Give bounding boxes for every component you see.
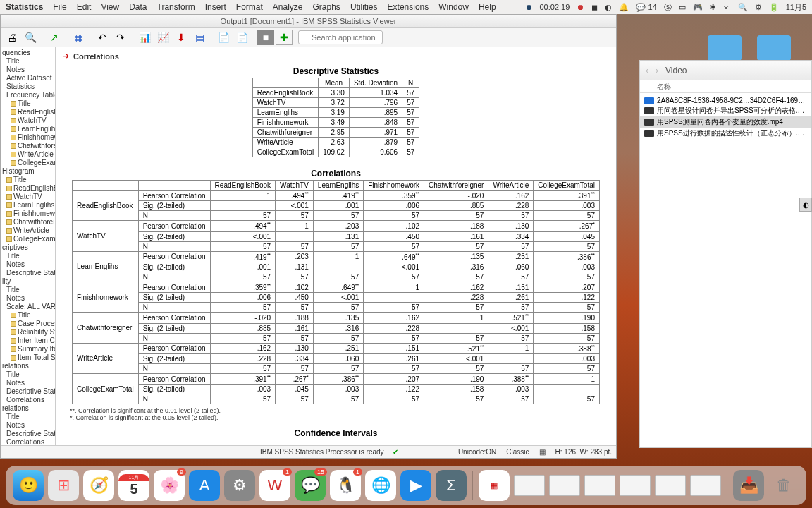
desktop-folder-2[interactable] [708, 35, 742, 61]
menu-format[interactable]: Format [236, 2, 263, 12]
outline-item[interactable]: relations [1, 362, 55, 370]
add-button[interactable]: ✚ [276, 30, 293, 45]
outline-item[interactable]: Title [1, 57, 55, 66]
safari-icon[interactable]: 🧭 [83, 470, 114, 501]
forward-button[interactable]: › [656, 66, 658, 75]
file-row[interactable]: 用问卷星设计问卷并导出SPSS可分析的表格.mp4 [640, 105, 811, 116]
minimized-window-1[interactable] [514, 475, 545, 496]
outline-item[interactable]: Correlations [1, 396, 55, 404]
outline-item[interactable]: criptives [1, 243, 55, 252]
zoom-icon[interactable]: ▶ [400, 470, 431, 501]
calendar-icon[interactable]: 11月5 [118, 470, 149, 501]
output-outline-tree[interactable]: quenciesTitleNotesActive DatasetStatisti… [1, 47, 56, 445]
stop-icon[interactable]: ◼ [591, 3, 598, 12]
outline-item[interactable]: LearnEnglihs [1, 125, 55, 133]
outline-item[interactable]: Inter-Item Cor [1, 337, 55, 345]
outline-item[interactable]: lity [1, 277, 55, 286]
outline-item[interactable]: ReadEnglishB [1, 184, 55, 193]
correlations-table[interactable]: ReadEnglishBookWatchTVLearnEnglihsFinish… [72, 180, 600, 404]
wechat-icon[interactable]: 💬15 [295, 470, 326, 501]
menu-utilities[interactable]: Utilities [350, 2, 378, 12]
file-row[interactable]: 用SPSS测量问卷内各个变量的效度.mp4 [640, 116, 811, 128]
battery-icon[interactable]: 🔋 [769, 3, 779, 12]
outline-item[interactable]: Chatwithforei [1, 218, 55, 226]
menu-help[interactable]: Help [479, 2, 496, 12]
outline-item[interactable]: Summary Iten [1, 345, 55, 353]
menu-extensions[interactable]: Extensions [388, 2, 429, 12]
menu-statistics[interactable]: Statistics [6, 2, 43, 12]
screen-rec-icon[interactable]: ⏺ [525, 3, 533, 11]
menu-data[interactable]: Data [129, 2, 147, 12]
outline-item[interactable]: Notes [1, 66, 55, 74]
outline-item[interactable]: Title [1, 413, 55, 421]
desktop-folder-1[interactable] [757, 35, 791, 61]
outline-item[interactable]: Active Dataset [1, 74, 55, 83]
spss-dock-icon[interactable]: ▦ [479, 470, 510, 501]
finder-file-list[interactable]: 2A8A8C8F-1536-4958-9C2…34D2C6F4-16991805… [640, 93, 811, 142]
fan-icon[interactable]: ✱ [710, 3, 716, 12]
display-icon[interactable]: ▭ [679, 3, 686, 12]
minimized-window-2[interactable] [549, 475, 580, 496]
outline-item[interactable]: Chatwithforei [1, 142, 55, 150]
record-icon[interactable]: ⏺ [577, 3, 584, 11]
output-viewer-pane[interactable]: ➔ Correlations Descriptive Statistics Me… [56, 47, 616, 445]
menu-edit[interactable]: Edit [77, 2, 92, 12]
file-row[interactable]: 用SPSS进行数据的描述性统计（正态分布）.mp4 [640, 128, 811, 139]
outline-item[interactable]: Title [1, 311, 55, 320]
outline-item[interactable]: Descriptive Statist [1, 430, 55, 438]
side-toggle[interactable]: ◐ [799, 198, 812, 212]
outline-item[interactable]: CollegeExam1 [1, 159, 55, 167]
outline-item[interactable]: Title [1, 176, 55, 184]
export-button[interactable]: ↗ [46, 30, 63, 45]
outline-item[interactable]: Scale: ALL VARIAB [1, 303, 55, 311]
outline-item[interactable]: WatchTV [1, 116, 55, 125]
outline-item[interactable]: ReadEnglishB [1, 108, 55, 116]
menu-window[interactable]: Window [438, 2, 469, 12]
downloads-icon[interactable]: 📥 [733, 470, 764, 501]
undo-button[interactable]: ↶ [94, 30, 111, 45]
menu-graphs[interactable]: Graphs [313, 2, 340, 12]
outline-item[interactable]: Notes [1, 421, 55, 430]
descriptives-table[interactable]: MeanStd. DeviationNReadEnglishBook3.301.… [252, 78, 420, 157]
chat-icon[interactable]: 💬 14 [636, 3, 656, 12]
control-center-icon[interactable]: ⚙ [755, 3, 762, 12]
chart-button2[interactable]: 📈 [154, 30, 171, 45]
outline-item[interactable]: Descriptive Statist [1, 269, 55, 277]
game-icon[interactable]: 🎮 [693, 3, 703, 12]
wifi-icon[interactable]: ᯤ [723, 3, 731, 11]
doc-button2[interactable]: 📄 [233, 30, 250, 45]
photos-icon[interactable]: 🌸9 [154, 470, 185, 501]
outline-item[interactable]: Title [1, 286, 55, 294]
outline-item[interactable]: Statistics [1, 83, 55, 91]
trash-icon[interactable]: 🗑 [768, 470, 799, 501]
outline-item[interactable]: Descriptive Statist [1, 387, 55, 396]
chrome-icon[interactable]: 🌐 [365, 470, 396, 501]
launchpad-icon[interactable]: ⊞ [48, 470, 79, 501]
dialog-button[interactable]: ▦ [70, 30, 87, 45]
outline-item[interactable]: WriteArticle [1, 226, 55, 235]
finder-column-header[interactable]: 名称 [640, 80, 811, 93]
outline-item[interactable]: relations [1, 404, 55, 413]
outline-item[interactable]: Notes [1, 294, 55, 303]
menu-insert[interactable]: Insert [205, 2, 226, 12]
minimized-window-3[interactable] [584, 475, 615, 496]
outline-item[interactable]: Frequency Table [1, 91, 55, 99]
outline-item[interactable]: WatchTV [1, 193, 55, 201]
goto-button[interactable]: ⬇ [173, 30, 190, 45]
spotlight-icon[interactable]: 🔍 [738, 3, 748, 12]
outline-item[interactable]: CollegeExam1 [1, 235, 55, 243]
sigma-icon[interactable]: Σ [436, 470, 467, 501]
outline-item[interactable]: Case Processi [1, 320, 55, 328]
menu-analyze[interactable]: Analyze [273, 2, 303, 12]
bell-icon[interactable]: 🔔 [619, 3, 629, 12]
minimized-window-4[interactable] [620, 475, 651, 496]
siri-icon[interactable]: ◐ [605, 3, 612, 12]
outline-item[interactable]: Reliability Stat [1, 328, 55, 337]
outline-item[interactable]: Correlations [1, 438, 55, 445]
qq-icon[interactable]: 🐧1 [330, 470, 361, 501]
menu-view[interactable]: View [101, 2, 119, 12]
outline-item[interactable]: Item-Total St [1, 353, 55, 362]
doc-button1[interactable]: 📄 [215, 30, 232, 45]
menu-file[interactable]: File [53, 2, 66, 12]
outline-item[interactable]: quencies [1, 49, 55, 57]
